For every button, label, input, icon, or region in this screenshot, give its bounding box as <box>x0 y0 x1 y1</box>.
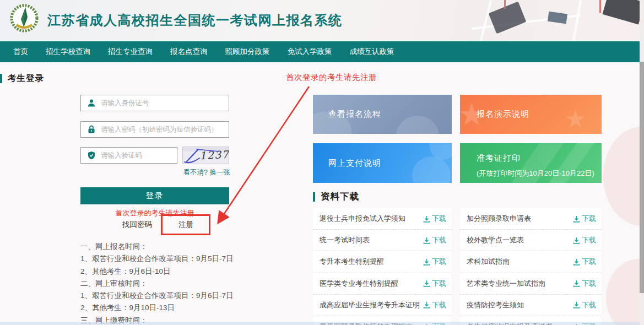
download-icon <box>423 301 430 308</box>
captcha-input[interactable] <box>101 151 177 159</box>
download-link[interactable]: 下载 <box>573 322 596 325</box>
download-row: 退役士兵申报免试入学须知 下载 <box>313 208 452 230</box>
nav-item-home[interactable]: 首页 <box>13 47 28 57</box>
download-icon <box>573 280 580 287</box>
card-online-payment[interactable]: 网上支付说明 <box>313 143 452 183</box>
download-link[interactable]: 下载 <box>573 214 596 224</box>
download-icon <box>573 323 580 325</box>
download-link[interactable]: 下载 <box>423 279 446 289</box>
user-icon <box>87 99 96 107</box>
notice-line: 1、艰苦行业和校企合作改革项目：9月6日-7日 <box>80 290 262 302</box>
download-row: 艺术类专业统一加试指南 下载 <box>460 273 602 295</box>
card-registration-demo[interactable]: ★ ★ 报名演示说明 <box>460 95 602 134</box>
captcha-field-wrap <box>80 147 177 164</box>
downloads-left-column: 退役士兵申报免试入学须知 下载 统一考试时间表 下载 专升本考生特别提醒 下载 … <box>313 208 452 325</box>
nav-item-site-query[interactable]: 报名点查询 <box>170 47 208 57</box>
notice-line: 2、其他考生：9月10日-13日 <box>80 302 262 314</box>
notice-line: 2、其他考生：9月6日-10日 <box>80 266 262 278</box>
id-number-input[interactable] <box>101 99 229 107</box>
login-section-title: 考生登录 <box>0 73 44 84</box>
section-accent-bar <box>313 192 315 202</box>
notice-line: 一、网上报名时间： <box>80 241 262 253</box>
download-row: 术科加试指南 下载 <box>460 251 602 273</box>
download-link[interactable]: 下载 <box>573 279 596 289</box>
star-icon: ★ <box>565 107 586 131</box>
downloads-section-title: 资料下载 <box>313 191 359 203</box>
download-link[interactable]: 下载 <box>423 300 446 310</box>
register-highlight-box <box>161 214 210 235</box>
download-row: 享受照顾录取政策的办理指南 下载 <box>313 316 452 325</box>
page: 江苏省成人高校招生全国统一考试网上报名系统 首页 招生学校查询 招生专业查询 报… <box>0 0 644 325</box>
nav-item-major-query[interactable]: 招生专业查询 <box>108 47 153 57</box>
nav-item-exempt-policy[interactable]: 免试入学政策 <box>288 47 332 57</box>
scrollbar-track[interactable] <box>640 0 644 325</box>
download-icon <box>573 215 580 223</box>
download-row: 成高应届毕业生报考专升本证明 下载 <box>313 295 452 316</box>
download-icon <box>573 237 580 244</box>
graduation-cap-icon <box>489 2 527 34</box>
graduation-cap-icon <box>603 0 644 25</box>
nav-item-bonus-policy[interactable]: 照顾加分政策 <box>225 47 270 57</box>
nav-item-score-policy[interactable]: 成绩互认政策 <box>350 47 394 57</box>
section-accent-bar <box>0 74 2 83</box>
download-icon <box>423 258 430 266</box>
download-link[interactable]: 下载 <box>423 257 446 267</box>
id-number-field-wrap <box>80 95 229 111</box>
site-logo <box>9 3 40 34</box>
shield-check-icon <box>87 151 96 160</box>
download-icon <box>573 301 580 308</box>
password-field-wrap <box>80 121 229 138</box>
download-icon <box>423 215 430 223</box>
download-icon <box>423 323 430 325</box>
download-row: 专升本考生特别提醒 下载 <box>313 251 452 273</box>
downloads-right-column: 加分照顾录取申请表 下载 校外教学点一览表 下载 术科加试指南 下载 艺术类专业… <box>460 208 602 325</box>
nav-item-school-query[interactable]: 招生学校查询 <box>46 47 90 57</box>
forgot-password-link[interactable]: 找回密码 <box>122 220 152 230</box>
download-link[interactable]: 下载 <box>423 235 446 245</box>
download-link[interactable]: 下载 <box>423 214 446 224</box>
annotation-register-first-text: 首次登录的考生请先注册 <box>286 72 377 83</box>
download-icon <box>423 280 430 287</box>
background-photo-tint <box>603 127 644 226</box>
background-photo-tint <box>606 259 644 325</box>
download-link[interactable]: 下载 <box>573 257 596 267</box>
notice-line: 三、网上缴费时间： <box>80 315 262 325</box>
download-icon <box>573 258 580 266</box>
download-link[interactable]: 下载 <box>573 235 596 245</box>
print-window-dates: (开放打印时间为10月20日-10月22日) <box>477 169 602 178</box>
download-row: 统一考试时间表 下载 <box>313 230 452 251</box>
card-view-registration-process[interactable]: 查看报名流程 <box>313 95 452 134</box>
notice-line: 1、艰苦行业和校企合作改革项目：9月5日-7日 <box>80 253 262 265</box>
download-link[interactable]: 下载 <box>423 322 446 325</box>
schedule-notice: 一、网上报名时间： 1、艰苦行业和校企合作改革项目：9月5日-7日 2、其他考生… <box>80 241 262 325</box>
main-nav: 首页 招生学校查询 招生专业查询 报名点查询 照顾加分政策 免试入学政策 成绩互… <box>0 41 644 62</box>
scrollbar-thumb[interactable] <box>640 62 644 293</box>
card-print-admission-ticket[interactable]: 准考证打印 (开放打印时间为10月20日-10月22日) <box>460 143 602 183</box>
captcha-refresh-link[interactable]: 看不清? 换一张 <box>171 168 230 177</box>
captcha-image[interactable]: 1237 <box>182 147 229 164</box>
graduation-cap-icon <box>548 12 567 24</box>
password-input[interactable] <box>101 126 229 133</box>
download-icon <box>423 237 430 244</box>
header: 江苏省成人高校招生全国统一考试网上报名系统 <box>0 0 644 41</box>
download-row: 校外教学点一览表 下载 <box>460 230 602 251</box>
download-row: 考生健康状况申报及承诺书 下载 <box>460 316 602 325</box>
download-link[interactable]: 下载 <box>573 300 596 310</box>
download-row: 医学类专业考生特别提醒 下载 <box>313 273 452 295</box>
download-row: 加分照顾录取申请表 下载 <box>460 208 602 230</box>
login-button[interactable]: 登录 <box>80 187 229 204</box>
notice-line: 二、网上审核时间： <box>80 278 262 290</box>
site-title: 江苏省成人高校招生全国统一考试网上报名系统 <box>47 12 343 29</box>
download-row: 疫情防控考生须知 下载 <box>460 295 602 316</box>
lock-icon <box>87 125 96 134</box>
